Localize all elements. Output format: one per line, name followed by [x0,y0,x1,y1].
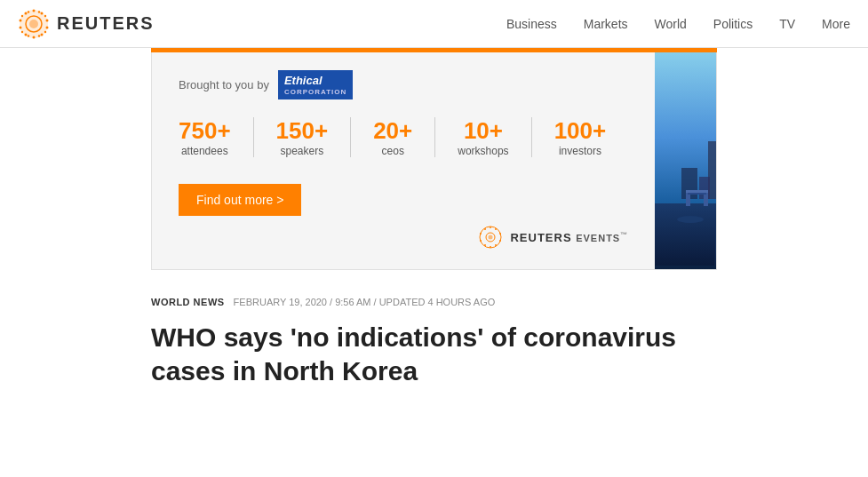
svg-point-20 [29,20,38,28]
ethical-line2: Corporation [284,88,346,97]
stat-attendees: 750+ attendees [179,117,254,157]
article-category: WORLD NEWS [151,297,225,307]
london-skyline-svg [655,52,716,266]
svg-point-4 [46,26,49,28]
article-title: WHO says 'no indications' of coronavirus… [151,321,702,387]
article-meta: WORLD NEWS FEBRUARY 19, 2020 / 9:56 AM /… [151,297,717,307]
stat-investors-label: investors [559,145,601,157]
svg-point-28 [484,244,486,246]
svg-point-18 [28,11,29,12]
stat-ceos: 20+ ceos [351,117,435,157]
stat-speakers-number: 150+ [276,117,329,145]
svg-point-14 [38,35,40,36]
svg-point-8 [20,26,22,28]
ad-banner: Brought to you by Ethical Corporation 75… [151,52,717,270]
nav-politics[interactable]: Politics [713,17,753,31]
find-out-more-button[interactable]: Find out more > [179,184,301,216]
reuters-logo-icon [18,8,50,40]
svg-point-25 [499,240,501,242]
stat-investors-number: 100+ [554,117,607,145]
article-date: FEBRUARY 19, 2020 / 9:56 AM / UPDATED 4 … [234,297,496,307]
stat-workshops-number: 10+ [464,117,503,145]
nav-markets[interactable]: Markets [584,17,628,31]
events-tm: ™ [620,231,628,239]
svg-point-6 [33,36,36,38]
ethical-badge: Ethical Corporation [278,70,353,99]
svg-rect-35 [655,203,716,266]
svg-point-2 [41,12,44,14]
svg-point-9 [20,19,22,21]
svg-point-29 [480,240,482,242]
svg-point-12 [44,14,46,16]
svg-point-31 [484,228,486,230]
stat-ceos-number: 20+ [373,117,412,145]
svg-point-23 [495,228,497,230]
ad-footer: REUTERS EVENTS™ [179,225,628,250]
stat-attendees-number: 750+ [179,117,231,145]
svg-point-10 [25,12,28,14]
stat-ceos-label: ceos [382,145,404,157]
reuters-events-text: REUTERS EVENTS™ [510,231,628,244]
svg-point-13 [44,30,46,32]
svg-point-22 [490,227,491,228]
svg-point-3 [46,19,49,21]
stat-workshops: 10+ workshops [435,117,531,157]
brought-by-row: Brought to you by Ethical Corporation [179,70,628,99]
svg-point-17 [21,14,23,16]
svg-point-7 [25,33,28,36]
svg-point-24 [499,233,501,235]
stat-speakers-label: speakers [281,145,324,157]
stat-investors: 100+ investors [532,117,629,157]
svg-rect-46 [686,190,708,193]
nav-more[interactable]: More [822,17,850,31]
logo-area[interactable]: REUTERS [18,8,155,40]
svg-point-5 [41,33,44,36]
reuters-logo-text: REUTERS [57,13,155,34]
ad-city-image [655,52,716,269]
stat-attendees-label: attendees [181,145,228,157]
svg-point-26 [495,244,497,246]
nav-world[interactable]: World [655,17,687,31]
svg-point-1 [33,9,36,12]
ethical-line1: Ethical [284,74,346,88]
header: REUTERS Business Markets World Politics … [0,0,868,48]
svg-point-33 [489,235,493,240]
svg-point-11 [38,11,40,12]
svg-point-27 [490,246,491,248]
stats-row: 750+ attendees 150+ speakers 20+ ceos 10… [179,117,628,157]
svg-point-48 [677,216,704,223]
reuters-events-branding: REUTERS EVENTS™ [478,225,628,250]
svg-rect-47 [688,193,706,195]
ad-content: Brought to you by Ethical Corporation 75… [152,52,655,269]
stat-workshops-label: workshops [458,145,508,157]
brought-by-label: Brought to you by [179,78,269,91]
article-section: WORLD NEWS FEBRUARY 19, 2020 / 9:56 AM /… [0,270,868,405]
reuters-events-word: EVENTS [576,233,620,243]
svg-point-30 [480,233,482,235]
svg-point-16 [21,30,23,32]
nav-business[interactable]: Business [506,17,557,31]
nav-tv[interactable]: TV [779,17,795,31]
stat-speakers: 150+ speakers [254,117,352,157]
main-nav: Business Markets World Politics TV More [506,17,850,31]
reuters-events-icon [478,225,503,250]
svg-point-15 [28,35,29,36]
